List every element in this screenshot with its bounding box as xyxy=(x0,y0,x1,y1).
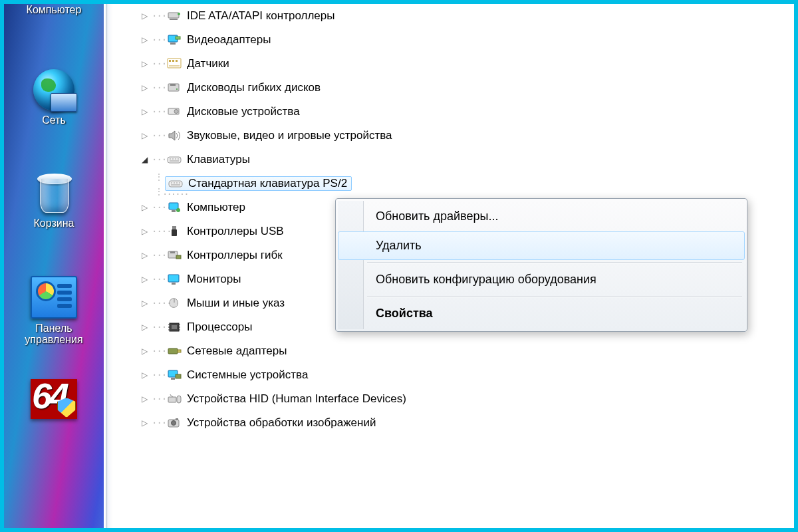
expand-right-icon[interactable]: ▷ xyxy=(140,203,149,212)
menu-item-delete[interactable]: Удалить xyxy=(338,231,745,260)
expand-right-icon[interactable]: ▷ xyxy=(140,107,149,116)
tree-node-sound[interactable]: ▷····Звуковые, видео и игровые устройств… xyxy=(117,124,789,148)
computer-icon xyxy=(167,201,182,213)
svg-rect-16 xyxy=(169,181,182,187)
expand-right-icon[interactable]: ▷ xyxy=(140,35,149,45)
desktop-icon-aida64[interactable]: 64 xyxy=(4,379,104,419)
aida64-icon: 64 xyxy=(31,379,77,419)
expand-right-icon[interactable]: ▷ xyxy=(140,394,149,404)
tree-node-imaging[interactable]: ▷····Устройства обработки изображений xyxy=(117,411,789,435)
context-menu: Обновить драйверы... Удалить Обновить ко… xyxy=(335,198,747,332)
expand-right-icon[interactable]: ▷ xyxy=(140,323,149,332)
svg-rect-5 xyxy=(176,37,180,39)
sound-icon xyxy=(167,130,182,142)
expand-down-icon[interactable]: ◢ xyxy=(140,155,149,164)
desktop-label-cpanel1: Панель xyxy=(4,323,104,334)
tree-label: Видеоадаптеры xyxy=(187,33,271,47)
tree-label: IDE ATA/ATAPI контроллеры xyxy=(187,9,334,23)
desktop-icon-control-panel[interactable]: Панель управления xyxy=(4,276,104,346)
tree-node-net[interactable]: ▷····Сетевые адаптеры xyxy=(117,339,789,363)
sensors-icon xyxy=(167,58,182,70)
svg-rect-17 xyxy=(169,203,178,209)
tree-label: Системные устройства xyxy=(187,368,308,382)
mice-icon xyxy=(167,297,182,309)
hid-icon xyxy=(167,393,182,405)
tree-label: Компьютер xyxy=(187,201,245,214)
menu-item-update-drivers[interactable]: Обновить драйверы... xyxy=(338,202,745,231)
disks-icon xyxy=(167,106,182,118)
expand-right-icon[interactable]: ▷ xyxy=(140,11,149,21)
recycle-bin-icon xyxy=(35,172,73,215)
desktop-label-computer: Компьютер xyxy=(27,4,82,15)
expand-right-icon[interactable]: ▷ xyxy=(140,59,149,68)
expand-right-icon[interactable]: ▷ xyxy=(140,418,149,428)
expand-right-icon[interactable]: ▷ xyxy=(140,299,149,308)
menu-item-rescan-hardware[interactable]: Обновить конфигурацию оборудования xyxy=(338,265,745,294)
panel-separator xyxy=(106,4,112,528)
expand-right-icon[interactable]: ▷ xyxy=(140,346,149,356)
svg-rect-26 xyxy=(172,283,176,285)
expand-right-icon[interactable]: ▷ xyxy=(140,83,149,92)
svg-rect-4 xyxy=(170,43,176,45)
tree-node-kb_ps2[interactable]: Стандартная клавиатура PS/2 xyxy=(117,172,789,196)
expand-right-icon[interactable]: ▷ xyxy=(140,370,149,380)
floppyctl-icon xyxy=(167,249,182,261)
tree-label: Сетевые адаптеры xyxy=(187,344,287,358)
tree-label: Дисковые устройства xyxy=(187,105,300,118)
desktop-label-recycle: Корзина xyxy=(4,217,104,229)
desktop-icon-network[interactable]: Сеть xyxy=(4,69,104,126)
tree-label: Процессоры xyxy=(187,321,252,334)
tree-node-disks[interactable]: ▷····Дисковые устройства xyxy=(117,100,789,124)
svg-point-14 xyxy=(174,110,178,114)
tree-node-floppy[interactable]: ▷····Дисководы гибких дисков xyxy=(117,76,789,100)
svg-rect-20 xyxy=(172,226,176,229)
svg-rect-32 xyxy=(171,378,175,380)
keyboards-icon xyxy=(168,178,183,190)
tree-node-system[interactable]: ▷····Системные устройства xyxy=(117,363,789,387)
tree-node-keyboards[interactable]: ◢····Клавиатуры xyxy=(117,148,789,172)
tree-label: Мыши и иные указ xyxy=(187,297,285,310)
desktop-icon-computer[interactable]: Компьютер xyxy=(4,4,104,16)
desktop-label-cpanel2: управления xyxy=(4,334,104,346)
tree-label: Мониторы xyxy=(187,273,241,286)
tree-node-ide[interactable]: ▷····IDE ATA/ATAPI контроллеры xyxy=(117,4,789,28)
desktop-label-network: Сеть xyxy=(4,114,104,126)
svg-point-19 xyxy=(176,208,180,212)
svg-rect-12 xyxy=(176,88,178,90)
tree-label: Звуковые, видео и игровые устройства xyxy=(187,129,392,142)
svg-rect-38 xyxy=(176,418,178,420)
svg-rect-18 xyxy=(172,210,176,212)
floppy-icon xyxy=(167,82,182,94)
svg-rect-35 xyxy=(177,396,181,403)
tree-label: Датчики xyxy=(187,57,229,70)
tree-node-sensors[interactable]: ▷····Датчики xyxy=(117,52,789,76)
expand-right-icon[interactable]: ▷ xyxy=(140,227,149,236)
tree-label: Стандартная клавиатура PS/2 xyxy=(188,177,347,190)
tree-label: Дисководы гибких дисков xyxy=(187,81,321,94)
tree-node-video[interactable]: ▷····Видеоадаптеры xyxy=(117,28,789,52)
expand-right-icon[interactable]: ▷ xyxy=(140,131,149,140)
system-icon xyxy=(167,369,182,381)
svg-rect-9 xyxy=(176,60,178,62)
menu-item-properties[interactable]: Свойства xyxy=(338,299,745,328)
usb-icon xyxy=(167,225,182,237)
tree-label: Контроллеры гибк xyxy=(187,249,283,262)
tree-label: Устройства HID (Human Interface Devices) xyxy=(187,392,406,406)
svg-rect-28 xyxy=(172,325,177,329)
imaging-icon xyxy=(167,417,182,429)
tree-label: Клавиатуры xyxy=(187,153,250,166)
svg-rect-8 xyxy=(172,60,174,62)
svg-rect-0 xyxy=(168,13,179,18)
svg-rect-1 xyxy=(170,19,178,20)
cpu-icon xyxy=(167,321,182,333)
tree-label: Устройства обработки изображений xyxy=(187,416,376,430)
desktop-icon-recycle-bin[interactable]: Корзина xyxy=(4,172,104,229)
tree-label: Контроллеры USB xyxy=(187,225,284,238)
svg-rect-25 xyxy=(168,275,179,282)
expand-right-icon[interactable]: ▷ xyxy=(140,251,149,260)
svg-rect-34 xyxy=(168,397,176,402)
tree-node-hid[interactable]: ▷····Устройства HID (Human Interface Dev… xyxy=(117,387,789,411)
svg-rect-29 xyxy=(168,348,178,354)
expand-right-icon[interactable]: ▷ xyxy=(140,275,149,284)
globe-icon xyxy=(33,69,74,110)
